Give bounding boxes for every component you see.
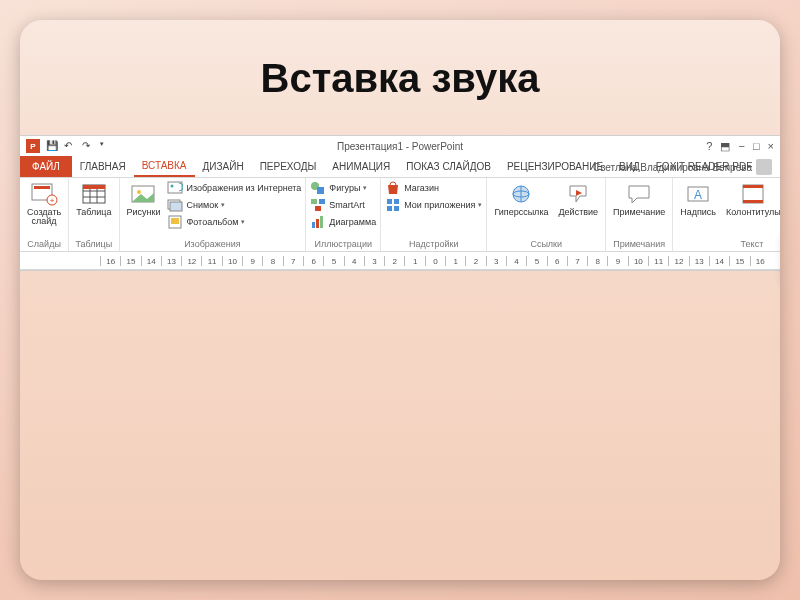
online-pictures-label: Изображения из Интернета xyxy=(186,183,301,193)
svg-rect-38 xyxy=(743,185,763,188)
signed-in-user[interactable]: Светлана Владимировна Вепрева xyxy=(593,156,772,178)
screenshot-button[interactable]: Снимок ▾ xyxy=(167,197,301,213)
photoalbum-button[interactable]: Фотоальбом ▾ xyxy=(167,214,301,230)
group-illustrations-label: Иллюстрации xyxy=(310,238,376,251)
comment-icon xyxy=(625,182,653,206)
ruler-mark: 10 xyxy=(628,256,648,266)
smartart-icon xyxy=(310,197,326,213)
svg-rect-27 xyxy=(394,199,399,204)
ruler-mark: 10 xyxy=(222,256,242,266)
group-illustrations: Фигуры ▾ SmartArt Диаграмма Иллюстр xyxy=(306,178,381,251)
group-slides: + Создать слайд Слайды xyxy=(20,178,69,251)
table-label: Таблица xyxy=(76,208,111,217)
tab-animations[interactable]: АНИМАЦИЯ xyxy=(324,156,398,177)
undo-icon[interactable]: ↶ xyxy=(64,140,76,152)
shapes-label: Фигуры xyxy=(329,183,360,193)
comment-button[interactable]: Примечание xyxy=(610,180,668,219)
textbox-button[interactable]: A Надпись xyxy=(677,180,719,219)
textbox-icon: A xyxy=(684,182,712,206)
tab-file[interactable]: ФАЙЛ xyxy=(20,156,72,177)
chevron-down-icon: ▾ xyxy=(478,201,482,209)
pictures-button[interactable]: Рисунки xyxy=(124,180,164,219)
ruler-mark: 3 xyxy=(364,256,384,266)
title-bar: P 💾 ↶ ↷ ▾ Презентация1 - PowerPoint ? ⬒ … xyxy=(20,136,780,156)
svg-rect-19 xyxy=(317,187,324,194)
group-addins-label: Надстройки xyxy=(385,238,482,251)
photoalbum-label: Фотоальбом xyxy=(186,217,238,227)
powerpoint-window: P 💾 ↶ ↷ ▾ Презентация1 - PowerPoint ? ⬒ … xyxy=(20,135,780,271)
svg-rect-28 xyxy=(387,206,392,211)
group-slides-label: Слайды xyxy=(24,238,64,251)
window-controls: ? ⬒ − □ × xyxy=(706,140,774,153)
chart-button[interactable]: Диаграмма xyxy=(310,214,376,230)
new-slide-button[interactable]: + Создать слайд xyxy=(24,180,64,229)
pictures-label: Рисунки xyxy=(127,208,161,217)
ruler-mark: 5 xyxy=(526,256,546,266)
group-images-label: Изображения xyxy=(124,238,302,251)
save-icon[interactable]: 💾 xyxy=(46,140,58,152)
myapps-button[interactable]: Мои приложения ▾ xyxy=(385,197,482,213)
shapes-button[interactable]: Фигуры ▾ xyxy=(310,180,376,196)
window-title: Презентация1 - PowerPoint xyxy=(337,141,463,152)
comment-label: Примечание xyxy=(613,208,665,217)
svg-text:A: A xyxy=(694,188,702,202)
redo-icon[interactable]: ↷ xyxy=(82,140,94,152)
svg-rect-29 xyxy=(394,206,399,211)
ruler-mark: 3 xyxy=(486,256,506,266)
maximize-button[interactable]: □ xyxy=(753,140,760,153)
slide-title: Вставка звука xyxy=(20,56,780,101)
tab-transitions[interactable]: ПЕРЕХОДЫ xyxy=(252,156,325,177)
new-slide-label: Создать слайд xyxy=(27,208,61,227)
headerfooter-label: Колонтитулы xyxy=(726,208,780,217)
smartart-button[interactable]: SmartArt xyxy=(310,197,376,213)
new-slide-icon: + xyxy=(30,182,58,206)
ruler-mark: 15 xyxy=(120,256,140,266)
group-images: Рисунки Изображения из Интернета Снимок … xyxy=(120,178,307,251)
svg-rect-20 xyxy=(311,199,317,204)
svg-rect-17 xyxy=(171,218,179,224)
svg-rect-1 xyxy=(34,186,50,189)
group-links-label: Ссылки xyxy=(491,238,601,251)
tab-insert[interactable]: ВСТАВКА xyxy=(134,156,195,177)
close-button[interactable]: × xyxy=(768,140,774,153)
ruler-mark: 1 xyxy=(445,256,465,266)
ruler-mark: 12 xyxy=(668,256,688,266)
action-button[interactable]: Действие xyxy=(556,180,602,219)
ruler-mark: 11 xyxy=(648,256,668,266)
minimize-button[interactable]: − xyxy=(738,140,744,153)
help-icon[interactable]: ? xyxy=(706,140,712,153)
hyperlink-button[interactable]: Гиперссылка xyxy=(491,180,551,219)
qat-dropdown-icon[interactable]: ▾ xyxy=(100,140,112,152)
chart-icon xyxy=(310,214,326,230)
headerfooter-button[interactable]: Колонтитулы xyxy=(723,180,780,219)
table-button[interactable]: Таблица xyxy=(73,180,114,219)
ribbon: + Создать слайд Слайды Таблица xyxy=(20,178,780,252)
ruler-mark: 15 xyxy=(729,256,749,266)
svg-point-11 xyxy=(137,190,141,194)
ruler-mark: 14 xyxy=(141,256,161,266)
pictures-icon xyxy=(129,182,157,206)
group-addins: Магазин Мои приложения ▾ Надстройки xyxy=(381,178,487,251)
ribbon-display-icon[interactable]: ⬒ xyxy=(720,140,730,153)
chevron-down-icon: ▾ xyxy=(241,218,245,226)
ruler-mark: 13 xyxy=(689,256,709,266)
ruler-mark: 2 xyxy=(465,256,485,266)
ruler-mark: 6 xyxy=(303,256,323,266)
svg-rect-25 xyxy=(320,216,323,228)
screenshot-label: Снимок xyxy=(186,200,218,210)
ruler-mark: 9 xyxy=(242,256,262,266)
store-label: Магазин xyxy=(404,183,439,193)
tab-design[interactable]: ДИЗАЙН xyxy=(195,156,252,177)
tab-home[interactable]: ГЛАВНАЯ xyxy=(72,156,134,177)
ruler-mark: 8 xyxy=(262,256,282,266)
svg-rect-39 xyxy=(743,200,763,203)
svg-text:+: + xyxy=(50,196,55,205)
horizontal-ruler: 1615141312111098765432101234567891011121… xyxy=(20,252,780,270)
ruler-mark: 6 xyxy=(547,256,567,266)
svg-rect-26 xyxy=(387,199,392,204)
shapes-icon xyxy=(310,180,326,196)
online-pictures-button[interactable]: Изображения из Интернета xyxy=(167,180,301,196)
store-button[interactable]: Магазин xyxy=(385,180,482,196)
ruler-mark: 4 xyxy=(344,256,364,266)
tab-slideshow[interactable]: ПОКАЗ СЛАЙДОВ xyxy=(398,156,499,177)
